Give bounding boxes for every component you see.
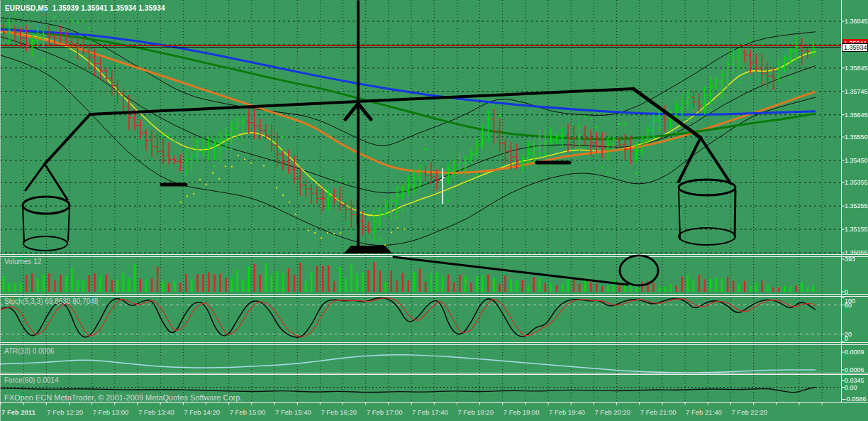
mt4-terminal-window: EURUSD,M5 1.35939 1.35941 1.35934 1.3593… [0, 0, 868, 421]
chart-canvas[interactable] [0, 0, 868, 421]
right-bucket-side-right [735, 190, 735, 236]
base-pedestal [344, 246, 392, 253]
